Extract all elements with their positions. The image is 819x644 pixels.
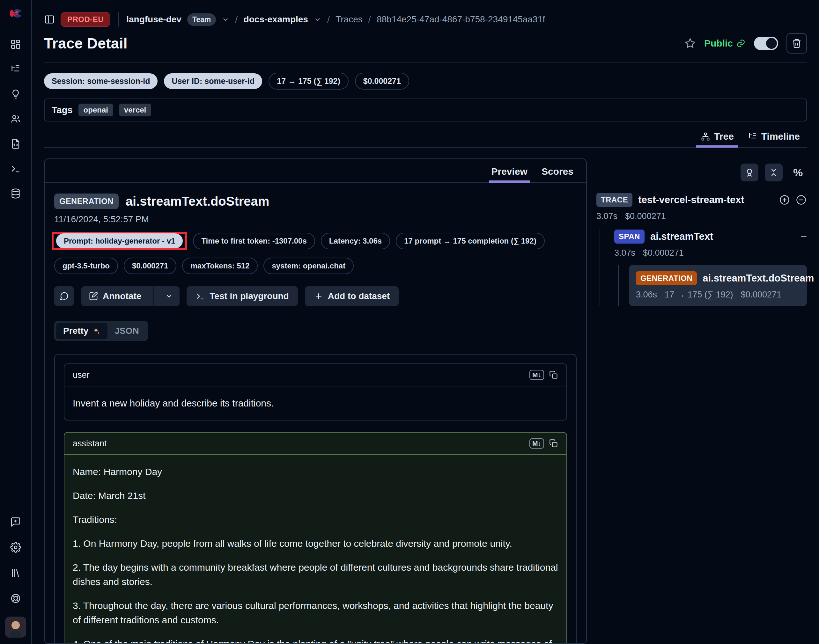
environment-badge[interactable]: PROD-EU [61, 12, 111, 27]
session-badge[interactable]: Session: some-session-id [44, 73, 158, 89]
percent-toggle-button[interactable]: % [789, 164, 807, 181]
chevron-down-icon[interactable] [222, 15, 229, 23]
model-badge[interactable]: gpt-3.5-turbo [54, 258, 118, 274]
format-toggle: Pretty JSON [54, 321, 148, 341]
message-assistant: assistant M↓ Name: Harmony Day Date: Mar… [64, 432, 567, 643]
messages-container: user M↓ Invent a new holiday and describ… [54, 354, 576, 643]
dashboard-icon[interactable] [10, 39, 21, 50]
tree-row-span[interactable]: SPAN ai.streamText − [614, 230, 807, 244]
observation-badges-row2: gpt-3.5-turbo $0.000271 maxTokens: 512 s… [54, 258, 576, 274]
settings-gear-icon[interactable] [10, 542, 21, 553]
generation-metrics: 3.06s 17 → 175 (∑ 192) $0.000271 [636, 290, 800, 300]
annotate-pen-icon [89, 291, 98, 301]
main-column: PROD-EU langfuse-dev Team / docs-example… [32, 0, 819, 644]
library-icon[interactable] [10, 567, 21, 578]
org-type-badge[interactable]: Team [187, 14, 216, 26]
add-to-dataset-button[interactable]: Add to dataset [305, 286, 399, 306]
tab-timeline[interactable]: Timeline [748, 131, 800, 147]
annotate-button[interactable]: Annotate [81, 286, 180, 306]
tab-preview[interactable]: Preview [492, 166, 527, 182]
span-name: ai.streamText [650, 231, 713, 242]
trace-latency: 3.07s [596, 212, 618, 221]
breadcrumb-project[interactable]: docs-examples [244, 14, 308, 25]
prompt-badge[interactable]: Prompt: holiday-generator - v1 [56, 233, 183, 248]
scores-award-button[interactable] [741, 164, 758, 181]
delete-trace-button[interactable] [787, 33, 807, 54]
chevron-down-icon[interactable] [314, 15, 321, 23]
playground-terminal-icon [195, 291, 205, 301]
public-link[interactable]: Public [704, 38, 746, 49]
system-badge: system: openai.chat [263, 258, 354, 274]
span-cost: $0.000271 [643, 248, 684, 258]
file-code-icon[interactable] [10, 138, 21, 149]
max-tokens-badge: maxTokens: 512 [182, 258, 258, 274]
markdown-toggle-icon[interactable]: M↓ [529, 370, 544, 380]
copy-icon[interactable] [549, 371, 558, 379]
test-in-playground-button[interactable]: Test in playground [187, 286, 298, 306]
lightbulb-icon[interactable] [10, 89, 21, 100]
trace-tree-panel: % TRACE test-vercel-stream-text 3.07s $0… [596, 158, 807, 644]
sparkles-icon [92, 327, 100, 336]
support-lifebuoy-icon[interactable] [10, 593, 21, 604]
tag-vercel[interactable]: vercel [119, 104, 151, 117]
breadcrumb-divider [118, 12, 118, 26]
comment-button[interactable] [54, 286, 74, 306]
sidebar-toggle-icon[interactable] [44, 14, 55, 25]
tags-box: Tags openai vercel [44, 98, 807, 121]
prompt-badge-highlight: Prompt: holiday-generator - v1 [52, 232, 187, 250]
view-tabs: Tree Timeline [44, 131, 807, 147]
trace-name: test-vercel-stream-text [638, 194, 744, 205]
expand-all-icon[interactable] [779, 194, 790, 205]
trash-icon [791, 38, 802, 49]
message-content: Name: Harmony Day Date: March 21st Tradi… [65, 455, 566, 643]
public-toggle[interactable] [754, 37, 778, 50]
meta-badges-row: Session: some-session-id User ID: some-u… [44, 73, 807, 90]
tree-view-icon [701, 132, 710, 141]
users-icon[interactable] [10, 113, 21, 124]
trace-metrics: 3.07s $0.000271 [596, 212, 807, 221]
observation-badges-row1: Prompt: holiday-generator - v1 Time to f… [54, 233, 576, 249]
obs-cost-badge: $0.000271 [124, 258, 177, 274]
copy-icon[interactable] [549, 439, 558, 448]
observation-title: ai.streamText.doStream [126, 194, 269, 209]
latency-badge: Latency: 3.06s [321, 233, 390, 249]
format-pretty[interactable]: Pretty [56, 323, 108, 339]
collapse-all-icon[interactable] [795, 194, 807, 205]
generation-cost: $0.000271 [741, 290, 781, 300]
tree-row-trace[interactable]: TRACE test-vercel-stream-text [596, 193, 807, 207]
span-type-badge: SPAN [614, 230, 645, 244]
chevron-down-icon [165, 292, 173, 301]
award-icon [745, 168, 754, 177]
database-icon[interactable] [10, 188, 21, 199]
tracing-icon[interactable] [10, 64, 21, 75]
span-metrics: 3.07s $0.000271 [614, 248, 807, 258]
tab-tree[interactable]: Tree [701, 131, 734, 147]
user-id-badge[interactable]: User ID: some-user-id [164, 73, 262, 89]
tab-scores[interactable]: Scores [541, 166, 573, 182]
message-role-label: user [73, 370, 90, 380]
format-json[interactable]: JSON [108, 323, 146, 339]
collapse-icon [769, 168, 779, 177]
star-icon[interactable] [684, 38, 696, 49]
markdown-toggle-icon[interactable]: M↓ [529, 439, 544, 449]
tree-controls: % [596, 158, 807, 181]
tree-row-generation-selected[interactable]: GENERATION ai.streamText.doStream 3.06s … [629, 265, 807, 306]
ttft-badge: Time to first token: -1307.00s [193, 233, 315, 249]
breadcrumb-traces[interactable]: Traces [335, 14, 363, 25]
breadcrumb-trace-id: 88b14e25-47ad-4867-b758-2349145aa31f [376, 14, 545, 25]
comment-icon [59, 291, 69, 301]
generation-tokens: 17 → 175 (∑ 192) [665, 290, 733, 300]
left-sidebar [0, 0, 32, 644]
prompt-completion-badge: 17 prompt → 175 completion (∑ 192) [396, 233, 545, 249]
message-user: user M↓ Invent a new holiday and describ… [64, 363, 567, 420]
feedback-icon[interactable] [10, 517, 21, 527]
terminal-icon[interactable] [10, 163, 21, 174]
langfuse-logo-icon[interactable] [9, 7, 23, 20]
user-avatar[interactable] [5, 616, 26, 638]
breadcrumb-org[interactable]: langfuse-dev [126, 14, 181, 25]
tag-openai[interactable]: openai [78, 104, 113, 117]
timeline-view-icon [748, 132, 758, 141]
collapse-all-button[interactable] [765, 164, 783, 181]
annotate-dropdown[interactable] [158, 292, 180, 301]
collapse-span-icon[interactable]: − [801, 231, 807, 242]
